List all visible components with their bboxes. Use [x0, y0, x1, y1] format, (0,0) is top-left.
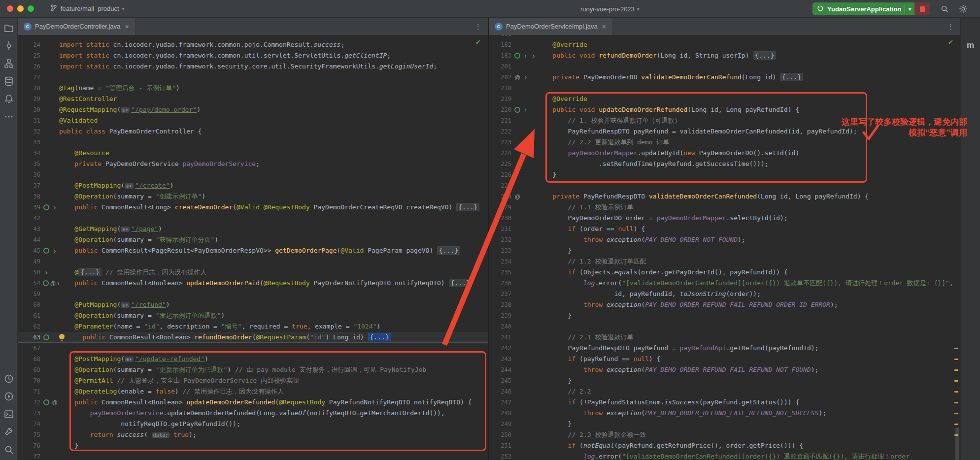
code-line[interactable]: 232 throw exception(PAY_DEMO_ORDER_NOT_F…	[489, 234, 960, 245]
code-line[interactable]: 32public class PayDemoOrderController {	[18, 126, 488, 137]
warning-stripe-mark[interactable]	[954, 380, 958, 382]
code-line[interactable]: 251 if (notEqual(payRefund.getRefundPric…	[489, 440, 960, 451]
terminal-tool-button[interactable]	[2, 408, 15, 421]
code-line[interactable]: 230 PayDemoOrderDO order = payDemoOrderM…	[489, 213, 960, 224]
inspections-ok-icon[interactable]: ✔	[948, 38, 953, 46]
code-line[interactable]: 38 @Operation(summary = "创建示例订单")	[18, 191, 488, 202]
line-number[interactable]: 245	[489, 375, 511, 386]
line-number[interactable]: 37	[18, 180, 40, 191]
code-line[interactable]: 241 // 2.1 校验退款订单	[489, 332, 960, 343]
folded-region[interactable]: {...}	[456, 203, 479, 211]
code-line[interactable]: 36	[18, 169, 488, 180]
line-number[interactable]: 225	[489, 159, 511, 169]
line-number[interactable]: 248	[489, 408, 511, 419]
code-line[interactable]: 243 if (payRefund == null) {	[489, 354, 960, 364]
line-number[interactable]: 226	[489, 169, 511, 180]
at-icon[interactable]	[51, 399, 58, 406]
folded-region[interactable]: {...}	[753, 51, 776, 60]
line-number[interactable]: 39	[18, 202, 40, 213]
line-number[interactable]: 181	[489, 35, 511, 39]
line-number[interactable]: 231	[489, 224, 511, 234]
endpoint-icon[interactable]	[514, 106, 521, 113]
git-branch-widget[interactable]: feature/mall_product ▾	[46, 2, 129, 15]
minimize-window-button[interactable]	[17, 5, 24, 12]
line-number[interactable]: 45	[18, 245, 40, 256]
line-number[interactable]: 236	[489, 278, 511, 289]
chev-icon[interactable]	[530, 52, 537, 59]
line-number[interactable]: 221	[489, 115, 511, 126]
warning-stripe-mark[interactable]	[954, 434, 958, 436]
code-line[interactable]: 42	[18, 213, 488, 224]
line-number[interactable]: 201	[489, 61, 511, 72]
line-number[interactable]: 26	[18, 61, 40, 72]
code-line[interactable]: 60 @PutMapping(⊕▾"/refund")	[18, 299, 488, 310]
line-number[interactable]: 36	[18, 169, 40, 180]
line-number[interactable]: 239	[489, 310, 511, 321]
line-number[interactable]: 218	[489, 83, 511, 94]
more-tool-button[interactable]	[2, 110, 15, 123]
code-line[interactable]: 49	[18, 256, 488, 267]
inspections-ok-icon[interactable]: ✔	[475, 38, 481, 46]
code-line[interactable]: 29@RestController	[18, 94, 488, 104]
notifications-tool-button[interactable]	[2, 93, 15, 105]
line-number[interactable]: 50	[18, 267, 40, 278]
line-number[interactable]: 251	[489, 440, 511, 451]
run-configuration-widget[interactable]: YudaoServerApplication ▾	[812, 2, 915, 15]
line-number[interactable]: 250	[489, 429, 511, 440]
endpoint-icon[interactable]	[43, 399, 50, 406]
code-line[interactable]: 181	[489, 35, 960, 39]
search-tool-button[interactable]	[2, 443, 15, 456]
line-number[interactable]: 42	[18, 213, 40, 224]
line-number[interactable]: 76	[18, 440, 40, 451]
code-line[interactable]: 235 if (Objects.equals(order.getPayOrder…	[489, 267, 960, 278]
commit-tool-button[interactable]	[2, 39, 15, 52]
code-line[interactable]: 62 @Parameter(name = "id", description =…	[18, 321, 488, 332]
line-number[interactable]: 31	[18, 115, 40, 126]
code-line[interactable]: 25import static cn.iocoder.yudao.framewo…	[18, 50, 488, 61]
code-line[interactable]: 231 if (order == null) {	[489, 224, 960, 234]
tab-options-icon[interactable]: ⋮	[469, 18, 488, 35]
code-line[interactable]: 239 }	[489, 310, 960, 321]
warning-stripe-mark[interactable]	[954, 413, 958, 414]
tab-pay-demo-order-service-impl[interactable]: C PayDemoOrderServiceImpl.java ×	[489, 18, 612, 35]
code-line[interactable]: 61 @Operation(summary = "发起示例订单的退款")	[18, 310, 488, 321]
line-number[interactable]: 38	[18, 191, 40, 202]
endpoint-icon[interactable]	[43, 280, 49, 287]
code-line[interactable]: 226 }	[489, 169, 960, 180]
line-number[interactable]: 233	[489, 245, 511, 256]
code-line[interactable]: 24import static cn.iocoder.yudao.framewo…	[18, 39, 488, 50]
code-line[interactable]: 244 throw exception(PAY_DEMO_ORDER_REFUN…	[489, 364, 960, 375]
line-number[interactable]: 34	[18, 148, 40, 159]
endpoint-icon[interactable]	[43, 204, 50, 211]
code-line[interactable]: 245 }	[489, 375, 960, 386]
code-line[interactable]: 34 @Resource	[18, 148, 488, 159]
code-line[interactable]: 183 public void refundDemoOrder(Long id,…	[489, 50, 960, 61]
line-number[interactable]: 246	[489, 386, 511, 397]
line-number[interactable]: 63	[18, 332, 40, 343]
code-line[interactable]: 68 @PostMapping(⊕▾"/update-refunded")	[18, 354, 488, 364]
line-number[interactable]: 29	[18, 94, 40, 104]
endpoint-icon[interactable]	[514, 52, 521, 59]
code-line[interactable]: 252 log.error("[validateDemoOrderCanRefu…	[489, 451, 960, 460]
line-number[interactable]: 202	[489, 72, 511, 83]
code-line[interactable]: 43 @GetMapping(⊕▾"/page")	[18, 224, 488, 234]
code-line[interactable]: 237 id, payRefundId, toJsonString(order)…	[489, 289, 960, 299]
line-number[interactable]: 227	[489, 180, 511, 191]
line-number[interactable]: 220	[489, 104, 511, 115]
code-line[interactable]: 45 public CommonResult<PageResult<PayDem…	[18, 245, 488, 256]
code-line[interactable]: 249 }	[489, 419, 960, 429]
line-number[interactable]: 72	[18, 397, 40, 408]
folded-region[interactable]: {...}	[78, 268, 101, 276]
code-line[interactable]: 248 throw exception(PAY_DEMO_ORDER_REFUN…	[489, 408, 960, 419]
code-line[interactable]: 74 notifyReqDTO.getPayRefundId());	[18, 419, 488, 429]
code-line[interactable]: 246 // 2.2	[489, 386, 960, 397]
warning-stripe-mark[interactable]	[954, 359, 958, 360]
code-line[interactable]: 39 public CommonResult<Long> createDemoO…	[18, 202, 488, 213]
line-number[interactable]: 24	[18, 39, 40, 50]
code-line[interactable]: 240	[489, 321, 960, 332]
line-number[interactable]: 77	[18, 451, 40, 460]
intention-bulb-icon[interactable]	[59, 334, 65, 339]
code-line[interactable]: 233 }	[489, 245, 960, 256]
line-number[interactable]: 219	[489, 94, 511, 104]
code-line[interactable]: 63 public CommonResult<Boolean> refundDe…	[18, 332, 488, 343]
